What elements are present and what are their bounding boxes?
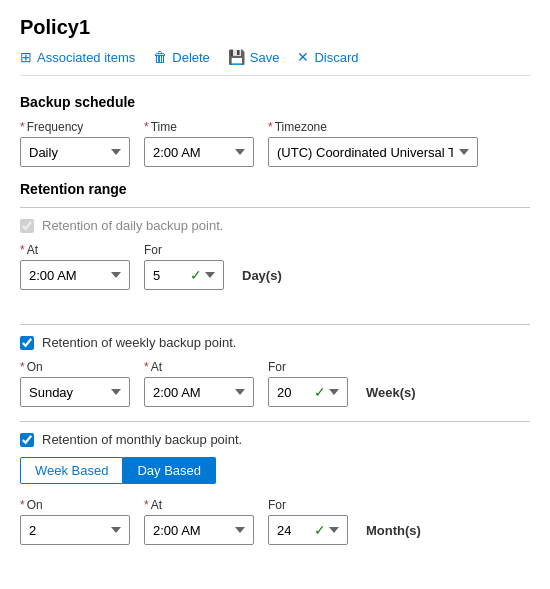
weekly-at-select[interactable]: 2:00 AM	[144, 377, 254, 407]
monthly-on-label: *On	[20, 498, 130, 512]
monthly-unit: Month(s)	[366, 505, 421, 538]
weekly-fields: *On Sunday Monday Tuesday Wednesday Thur…	[20, 360, 530, 407]
save-button[interactable]: 💾 Save	[228, 49, 280, 65]
discard-button[interactable]: ✕ Discard	[297, 49, 358, 65]
daily-at-label: *At	[20, 243, 130, 257]
delete-button[interactable]: 🗑 Delete	[153, 49, 210, 65]
toolbar: ⊞ Associated items 🗑 Delete 💾 Save ✕ Dis…	[20, 49, 530, 76]
divider-1	[20, 207, 530, 208]
timezone-field: *Timezone (UTC) Coordinated Universal Ti…	[268, 120, 478, 167]
divider-3	[20, 421, 530, 422]
monthly-on-field: *On 2 1 3 4 5	[20, 498, 130, 545]
retention-range-title: Retention range	[20, 181, 530, 197]
monthly-on-select[interactable]: 2 1 3 4 5	[20, 515, 130, 545]
daily-for-select-wrap: 5 7 14 ✓	[144, 260, 224, 290]
associated-items-button[interactable]: ⊞ Associated items	[20, 49, 135, 65]
weekly-on-label: *On	[20, 360, 130, 374]
monthly-at-field: *At 2:00 AM	[144, 498, 254, 545]
daily-for-select[interactable]: 5 7 14	[144, 260, 224, 290]
daily-unit: Day(s)	[242, 250, 282, 283]
week-based-tab[interactable]: Week Based	[20, 457, 123, 484]
weekly-for-label: For	[268, 360, 348, 374]
weekly-checkbox-row: Retention of weekly backup point.	[20, 335, 530, 350]
time-label: *Time	[144, 120, 254, 134]
monthly-fields: *On 2 1 3 4 5 *At 2:00 AM For 24	[20, 498, 530, 545]
timezone-label: *Timezone	[268, 120, 478, 134]
monthly-for-field: For 24 12 36 60 ✓	[268, 498, 348, 545]
monthly-checkbox[interactable]	[20, 433, 34, 447]
daily-fields: *At 2:00 AM For 5 7 14 ✓ Day(s)	[20, 243, 530, 290]
weekly-checkbox-label: Retention of weekly backup point.	[42, 335, 236, 350]
timezone-select[interactable]: (UTC) Coordinated Universal Time (UTC+01…	[268, 137, 478, 167]
weekly-for-select-wrap: 20 4 8 52 ✓	[268, 377, 348, 407]
frequency-field: *Frequency Daily Weekly Monthly	[20, 120, 130, 167]
frequency-select[interactable]: Daily Weekly Monthly	[20, 137, 130, 167]
daily-checkbox[interactable]	[20, 219, 34, 233]
monthly-for-label: For	[268, 498, 348, 512]
monthly-for-select[interactable]: 24 12 36 60	[268, 515, 348, 545]
daily-at-select[interactable]: 2:00 AM	[20, 260, 130, 290]
monthly-checkbox-label: Retention of monthly backup point.	[42, 432, 242, 447]
daily-retention-section: Retention of daily backup point. *At 2:0…	[20, 218, 530, 290]
grid-icon: ⊞	[20, 49, 32, 65]
daily-checkbox-label: Retention of daily backup point.	[42, 218, 223, 233]
daily-for-label: For	[144, 243, 224, 257]
monthly-retention-section: Retention of monthly backup point. Week …	[20, 432, 530, 545]
time-field: *Time 2:00 AM 3:00 AM 4:00 AM	[144, 120, 254, 167]
page-title: Policy1	[20, 16, 530, 39]
save-icon: 💾	[228, 49, 245, 65]
monthly-tab-group: Week Based Day Based	[20, 457, 530, 484]
weekly-on-field: *On Sunday Monday Tuesday Wednesday Thur…	[20, 360, 130, 407]
day-based-tab[interactable]: Day Based	[123, 457, 216, 484]
divider-2	[20, 324, 530, 325]
weekly-for-field: For 20 4 8 52 ✓	[268, 360, 348, 407]
time-select[interactable]: 2:00 AM 3:00 AM 4:00 AM	[144, 137, 254, 167]
monthly-for-select-wrap: 24 12 36 60 ✓	[268, 515, 348, 545]
weekly-unit: Week(s)	[366, 367, 416, 400]
daily-checkbox-row: Retention of daily backup point.	[20, 218, 530, 233]
weekly-checkbox[interactable]	[20, 336, 34, 350]
discard-icon: ✕	[297, 49, 309, 65]
monthly-checkbox-row: Retention of monthly backup point.	[20, 432, 530, 447]
frequency-label: *Frequency	[20, 120, 130, 134]
daily-for-field: For 5 7 14 ✓	[144, 243, 224, 290]
weekly-on-select[interactable]: Sunday Monday Tuesday Wednesday Thursday…	[20, 377, 130, 407]
delete-icon: 🗑	[153, 49, 167, 65]
monthly-at-label: *At	[144, 498, 254, 512]
backup-schedule-section: Backup schedule *Frequency Daily Weekly …	[20, 94, 530, 167]
daily-at-field: *At 2:00 AM	[20, 243, 130, 290]
backup-schedule-fields: *Frequency Daily Weekly Monthly *Time 2:…	[20, 120, 530, 167]
weekly-at-label: *At	[144, 360, 254, 374]
weekly-retention-section: Retention of weekly backup point. *On Su…	[20, 335, 530, 407]
backup-schedule-title: Backup schedule	[20, 94, 530, 110]
weekly-at-field: *At 2:00 AM	[144, 360, 254, 407]
weekly-for-select[interactable]: 20 4 8 52	[268, 377, 348, 407]
monthly-at-select[interactable]: 2:00 AM	[144, 515, 254, 545]
